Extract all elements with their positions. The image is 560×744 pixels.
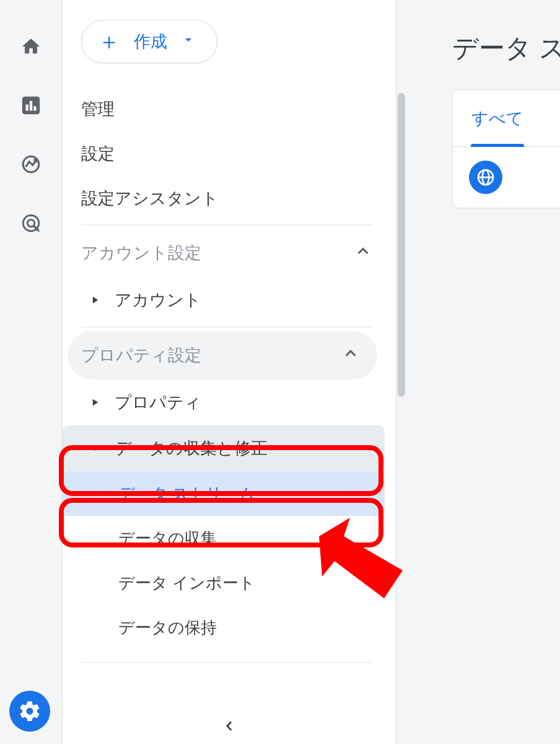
subsubitem-data-retention[interactable]: データの保持: [63, 605, 385, 650]
section-label: プロパティ設定: [81, 344, 201, 366]
arrow-right-icon: [86, 398, 105, 407]
subsubitem-label: データの保持: [118, 617, 217, 639]
admin-item-label: 設定アシスタント: [81, 187, 219, 210]
admin-item-label: 管理: [81, 98, 115, 120]
chevron-up-icon: [354, 242, 372, 265]
stream-row[interactable]: [453, 147, 560, 208]
scrollbar-thumb[interactable]: [398, 93, 405, 397]
subitem-label: データの収集と修正: [115, 437, 268, 459]
tab-label: すべて: [471, 107, 523, 130]
divider: [81, 662, 372, 663]
subitem-label: プロパティ: [115, 391, 201, 414]
divider: [81, 224, 372, 225]
subsubitem-data-import[interactable]: データ インポート: [63, 560, 385, 605]
subsubitem-label: データ インポート: [118, 572, 255, 594]
svg-marker-9: [93, 399, 98, 405]
subitem-label: アカウント: [115, 289, 201, 311]
subitem-account[interactable]: アカウント: [81, 277, 390, 323]
create-button[interactable]: ＋ 作成: [81, 20, 217, 63]
section-property-settings[interactable]: プロパティ設定: [68, 331, 377, 379]
advertising-icon[interactable]: [19, 211, 43, 236]
tab-bar: すべて: [453, 90, 560, 147]
admin-gear-button[interactable]: [9, 691, 50, 732]
admin-item-manage[interactable]: 管理: [81, 87, 390, 131]
create-button-label: 作成: [134, 30, 167, 53]
svg-marker-10: [92, 446, 98, 451]
svg-marker-8: [93, 296, 98, 303]
subitem-data-collection-and-modification[interactable]: データの収集と修正: [63, 425, 385, 471]
subsubitem-label: データ ストリーム: [118, 483, 255, 505]
plus-icon: ＋: [98, 30, 120, 53]
divider: [81, 327, 372, 327]
page-title: データ ス: [452, 31, 560, 66]
chevron-up-icon: [341, 344, 360, 367]
home-icon[interactable]: [19, 34, 43, 59]
subitem-property[interactable]: プロパティ: [81, 379, 390, 425]
icon-rail: [0, 0, 62, 744]
svg-rect-1: [26, 105, 28, 111]
collapse-sidebar-button[interactable]: [221, 718, 237, 737]
section-account-settings[interactable]: アカウント設定: [81, 229, 390, 277]
tab-all[interactable]: すべて: [453, 90, 542, 146]
content-area: データ ス すべて: [434, 0, 560, 744]
section-label: アカウント設定: [81, 242, 201, 264]
admin-item-setup-assistant[interactable]: 設定アシスタント: [81, 176, 390, 221]
caret-down-icon: [181, 32, 196, 51]
explore-icon[interactable]: [19, 152, 43, 177]
admin-item-label: 設定: [81, 143, 115, 165]
admin-sidebar: ＋ 作成 管理 設定 設定アシスタント アカウント設定 アカウント: [62, 0, 396, 744]
stream-list-card: すべて: [452, 89, 560, 208]
subsubitem-data-streams[interactable]: データ ストリーム: [63, 471, 385, 516]
web-stream-icon: [469, 161, 502, 194]
admin-item-settings[interactable]: 設定: [81, 131, 390, 176]
subsubitem-label: データの収集: [118, 528, 217, 549]
arrow-down-icon: [86, 444, 105, 453]
reports-icon[interactable]: [19, 93, 43, 118]
svg-rect-2: [30, 101, 32, 111]
arrow-right-icon: [86, 296, 105, 304]
subsubitem-data-collection[interactable]: データの収集: [63, 516, 385, 560]
svg-rect-3: [33, 106, 36, 110]
